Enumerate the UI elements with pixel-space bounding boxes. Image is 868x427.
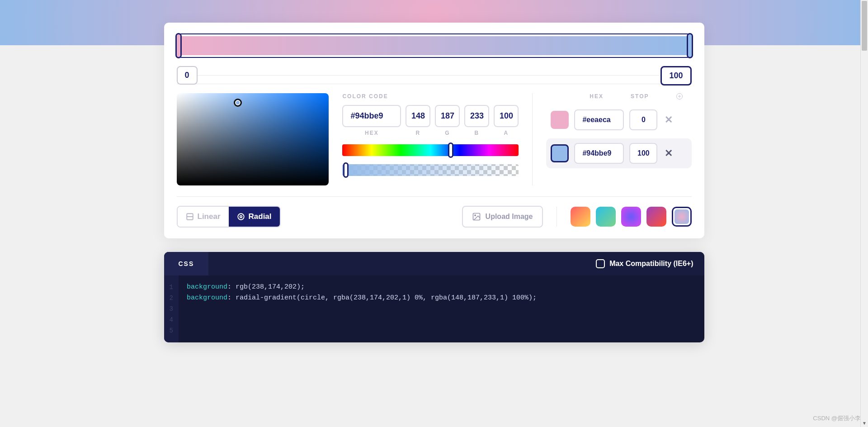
hex-input[interactable]: #94bbe9 [342,105,401,127]
stop-pos-input[interactable]: 100 [629,143,657,164]
gradient-type-toggle: Linear Radial [177,206,281,228]
scroll-down-arrow-icon[interactable]: ▼ [861,419,868,427]
add-stop-icon[interactable] [676,93,683,100]
b-sublabel: B [464,130,489,136]
code-text[interactable]: background: rgb(238,174,202); background… [179,275,545,342]
stop-row[interactable]: #eeaeca 0 ✕ [546,105,691,135]
svg-point-3 [240,216,242,218]
stops-header-hex: HEX [590,93,604,100]
stop-hex-input[interactable]: #eeaeca [574,109,624,130]
upload-image-button[interactable]: Upload Image [462,206,543,228]
r-sublabel: R [406,130,430,136]
linear-icon [186,213,194,221]
stop-position-right[interactable]: 100 [660,66,691,85]
stop-track-line [177,75,692,76]
stop-swatch[interactable] [551,111,569,129]
hex-sublabel: HEX [342,130,401,136]
watermark: CSDN @倔强小李 [813,414,861,422]
scroll-thumb[interactable] [862,1,867,51]
alpha-slider[interactable] [342,164,519,176]
line-gutter: 1 2 3 4 5 [164,275,179,342]
stop-swatch[interactable] [551,144,569,162]
gradient-bar-fill [179,36,689,55]
a-input[interactable]: 100 [494,105,519,127]
checkbox-icon[interactable] [596,259,605,268]
code-output-panel: CSS Max Compatibility (IE6+) 1 2 3 4 5 b… [164,252,704,342]
upload-label: Upload Image [486,213,533,221]
max-compat-label: Max Compatibility (IE6+) [609,260,693,268]
gradient-stop-handle-left[interactable] [175,33,182,58]
stop-position-track: 0 100 [177,66,692,84]
vertical-divider [532,93,533,185]
stops-header-stop: STOP [631,93,649,100]
linear-toggle-button[interactable]: Linear [178,207,229,227]
max-compat-toggle[interactable]: Max Compatibility (IE6+) [596,259,704,268]
gradient-stop-handle-right[interactable] [687,33,693,58]
svg-point-2 [238,214,244,220]
remove-stop-button[interactable]: ✕ [663,114,675,126]
color-code-panel: COLOR CODE #94bbe9 148 187 233 100 HEX R… [342,93,519,185]
preset-swatch[interactable] [596,207,616,227]
gradient-editor-card: 0 100 COLOR CODE #94bbe9 148 187 233 100… [164,23,704,238]
radial-label: Radial [249,212,272,221]
stop-position-left[interactable]: 0 [177,66,198,85]
r-input[interactable]: 148 [406,105,430,127]
scrollbar[interactable]: ▲ ▼ [860,0,868,427]
a-sublabel: A [494,130,519,136]
saturation-cursor[interactable] [234,99,242,107]
stop-row[interactable]: #94bbe9 100 ✕ [546,138,691,168]
css-tab[interactable]: CSS [164,252,209,275]
preset-swatch-selected[interactable] [672,207,692,227]
g-input[interactable]: 187 [435,105,460,127]
preset-swatch[interactable] [621,207,641,227]
stop-pos-input[interactable]: 0 [629,109,657,130]
image-icon [472,212,481,221]
preset-swatch[interactable] [571,207,590,227]
gradient-bar[interactable] [177,33,692,58]
preset-swatch[interactable] [646,207,666,227]
preset-list [571,207,692,227]
radial-toggle-button[interactable]: Radial [229,207,280,227]
color-code-label: COLOR CODE [342,93,519,100]
stops-panel: HEX STOP #eeaeca 0 ✕ #94bbe9 100 ✕ [546,93,691,185]
alpha-handle[interactable] [343,162,349,178]
linear-label: Linear [198,212,221,221]
g-sublabel: G [435,130,460,136]
hue-slider[interactable] [342,144,519,156]
hue-handle[interactable] [448,142,453,158]
stop-hex-input[interactable]: #94bbe9 [574,143,624,164]
saturation-picker[interactable] [177,93,329,185]
divider [557,207,557,227]
remove-stop-button[interactable]: ✕ [663,147,675,159]
svg-point-5 [474,215,476,216]
b-input[interactable]: 233 [464,105,489,127]
radial-icon [237,213,245,221]
